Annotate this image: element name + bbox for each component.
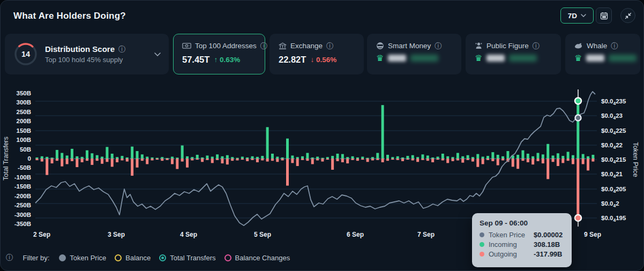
chevron-down-icon: [581, 14, 586, 17]
tooltip-label: Token Price: [489, 231, 534, 239]
card-change: ↑ 0.63%: [214, 56, 240, 64]
svg-text:5 Sep: 5 Sep: [254, 231, 271, 238]
svg-text:150B: 150B: [17, 127, 32, 134]
blurred-change: [509, 55, 537, 62]
banknote-icon: [182, 42, 191, 49]
svg-text:$0.04235: $0.04235: [601, 98, 626, 106]
card-whale[interactable]: Whale ⓘ ♛: [565, 34, 640, 74]
balance-ring-icon: [115, 254, 122, 261]
card-title: Top 100 Addresses: [195, 42, 257, 50]
svg-text:9 Sep: 9 Sep: [584, 231, 601, 238]
svg-text:$0.0422: $0.0422: [601, 142, 623, 150]
svg-text:6 Sep: 6 Sep: [347, 231, 364, 238]
svg-text:4 Sep: 4 Sep: [180, 231, 197, 238]
distribution-score-gauge: 14: [13, 41, 39, 67]
tooltip-row-outgoing: Outgoing -317.99B: [480, 250, 564, 258]
svg-text:0: 0: [28, 155, 31, 162]
y-axis-left-title: Total Transfers: [2, 137, 10, 180]
y-axis-right: $0.04235$0.0423$0.04225$0.0422$0.04215$0…: [601, 98, 639, 223]
svg-text:$0.042: $0.042: [601, 200, 619, 208]
info-icon[interactable]: ⓘ: [611, 42, 618, 50]
filter-token-price[interactable]: Token Price: [59, 254, 106, 262]
filter-label: Total Transfers: [170, 254, 215, 262]
card-title: Whale: [587, 42, 607, 50]
svg-text:$0.04205: $0.04205: [601, 186, 626, 194]
blurred-change: [609, 55, 636, 62]
tooltip-row-price: Token Price $0.00002: [480, 231, 564, 239]
filter-label: Balance Changes: [235, 254, 290, 262]
holders-panel: What Are Holders Doing? 7D 14 Distributi…: [0, 0, 644, 271]
balance-changes-ring-icon: [224, 254, 231, 261]
distribution-score-value: 14: [21, 50, 30, 58]
price-dot-icon: [480, 232, 484, 237]
whale-icon: [574, 42, 583, 49]
svg-text:$0.04195: $0.04195: [601, 215, 626, 223]
token-price-dot-icon: [59, 254, 66, 261]
info-icon[interactable]: ⓘ: [6, 254, 13, 261]
svg-text:$0.04225: $0.04225: [601, 127, 626, 136]
filter-label: Balance: [125, 254, 151, 262]
svg-text:$0.04215: $0.04215: [601, 156, 626, 164]
filter-balance-changes[interactable]: Balance Changes: [224, 254, 290, 262]
svg-text:250B: 250B: [17, 109, 32, 115]
bank-icon: [279, 42, 287, 50]
filter-balance[interactable]: Balance: [115, 254, 151, 262]
svg-text:$0.0423: $0.0423: [601, 112, 623, 121]
y-axis-right-title: Token Price: [632, 142, 639, 177]
svg-text:300B: 300B: [17, 99, 32, 106]
calendar-button[interactable]: [596, 7, 612, 24]
tooltip-label: Incoming: [489, 240, 534, 249]
blurred-value: [586, 55, 604, 62]
blurred-value: [486, 55, 505, 62]
card-public-figure[interactable]: Public Figure ⓘ ♛: [466, 34, 561, 74]
info-icon[interactable]: ⓘ: [533, 42, 540, 50]
svg-text:3 Sep: 3 Sep: [108, 231, 125, 238]
tooltip-header: Sep 09 - 06:00: [480, 219, 564, 227]
svg-text:-300B: -300B: [14, 212, 31, 218]
public-figure-icon: [475, 42, 483, 50]
svg-text:7 Sep: 7 Sep: [417, 231, 435, 238]
chevron-down-icon: [154, 52, 161, 56]
card-distribution-score[interactable]: 14 Distribution Score ⓘ Top 100 hold 45%…: [5, 34, 169, 74]
info-icon[interactable]: ⓘ: [435, 42, 442, 50]
card-subtitle: Top 100 hold 45% supply: [45, 56, 148, 64]
chart-tooltip: Sep 09 - 06:00 Token Price $0.00002 Inco…: [472, 213, 572, 267]
filter-total-transfers[interactable]: Total Transfers: [159, 254, 215, 262]
crosshair: [575, 89, 581, 227]
y-axis-left: 350B300B250B200B150B100B50B0-50B-100B-15…: [2, 90, 31, 227]
blurred-change: [410, 55, 438, 62]
card-change: ↓ 0.56%: [310, 56, 336, 64]
card-smart-money[interactable]: Smart Money ⓘ ♛: [367, 34, 461, 74]
svg-text:-100B: -100B: [14, 174, 31, 180]
card-title: Exchange: [290, 42, 323, 50]
info-icon[interactable]: ⓘ: [326, 42, 334, 50]
filter-bar: ⓘ Filter by: Token Price Balance Total T…: [6, 251, 290, 264]
info-icon[interactable]: ⓘ: [260, 42, 268, 50]
crown-icon: ♛: [475, 55, 482, 62]
svg-text:$0.0421: $0.0421: [601, 171, 623, 179]
card-top-100-addresses[interactable]: Top 100 Addresses ⓘ 57.45T ↑ 0.63%: [173, 34, 265, 74]
smart-money-icon: [376, 42, 384, 50]
card-exchange[interactable]: Exchange ⓘ 22.82T ↓ 0.56%: [269, 34, 364, 74]
calendar-icon: [600, 12, 608, 20]
svg-text:350B: 350B: [17, 90, 32, 96]
incoming-dot-icon: [480, 242, 484, 247]
card-value: 22.82T: [279, 55, 306, 65]
svg-text:50B: 50B: [20, 146, 31, 153]
card-value: 57.45T: [182, 55, 209, 65]
svg-text:2 Sep: 2 Sep: [33, 231, 50, 238]
tooltip-value: -317.99B: [534, 250, 562, 258]
range-selector[interactable]: 7D: [560, 7, 594, 24]
info-icon[interactable]: ⓘ: [118, 46, 126, 53]
svg-text:-150B: -150B: [14, 183, 31, 190]
tooltip-row-incoming: Incoming 308.18B: [480, 240, 564, 249]
tooltip-value: 308.18B: [534, 240, 560, 249]
total-transfers-radio-icon: [159, 254, 166, 261]
blurred-value: [388, 55, 406, 62]
outgoing-dot-icon: [480, 252, 484, 257]
collapse-button[interactable]: [620, 8, 635, 23]
crown-icon: ♛: [574, 55, 582, 62]
svg-text:-250B: -250B: [14, 202, 31, 208]
outgoing-marker: [575, 215, 581, 221]
svg-text:-200B: -200B: [14, 193, 31, 199]
